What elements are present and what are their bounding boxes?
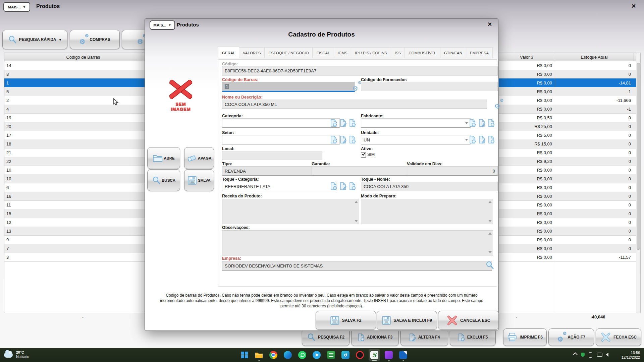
weather-widget[interactable]: 20°C Nublado xyxy=(16,350,29,359)
ativo-checkbox[interactable] xyxy=(361,153,366,158)
dialog-close-icon[interactable]: ✕ xyxy=(488,21,492,27)
salva-button[interactable]: SALVA xyxy=(184,169,214,191)
taskbar-purple-app-icon[interactable] xyxy=(384,351,393,359)
scroll-down-icon[interactable] xyxy=(355,220,358,222)
tab-icms[interactable]: ICMS xyxy=(334,47,352,58)
cancela-esc-button[interactable]: CANCELA ESC xyxy=(438,311,499,330)
nome-gear-icon[interactable]: ⚙⚙ xyxy=(494,100,502,108)
salva-f2-button[interactable]: SALVA F2 xyxy=(316,311,376,330)
taskbar-clock[interactable]: 13:56 12/12/2022 xyxy=(622,350,640,360)
taskbar-red-app-icon[interactable] xyxy=(356,351,364,359)
cell-codigo-barras: 19 xyxy=(6,113,11,122)
setor-edit-icon[interactable] xyxy=(339,136,346,145)
taskbar-file-explorer-icon[interactable] xyxy=(255,351,263,359)
tab-valores[interactable]: VALORES xyxy=(239,47,265,58)
column-header-codigo-barras[interactable]: Código de Barras xyxy=(4,53,162,61)
fabricante-delete-icon[interactable] xyxy=(488,119,495,128)
tab-gtin-ean[interactable]: GTIN/EAN xyxy=(440,47,466,58)
taskbar-start-icon[interactable] xyxy=(240,351,249,359)
taskbar-blue-app-icon[interactable] xyxy=(399,351,408,359)
tray-speaker-icon[interactable] xyxy=(606,353,608,357)
observacoes-textarea[interactable] xyxy=(222,230,493,255)
scroll-up-icon[interactable] xyxy=(488,232,492,235)
salva-e-inclui-f9-button[interactable]: SALVA E INCLUI F9 xyxy=(377,311,437,330)
nome-descricao-field[interactable]: COCA COLA LATA 350 ML xyxy=(222,100,487,109)
tray-network-icon[interactable] xyxy=(597,353,602,357)
table-scrollbar[interactable] xyxy=(636,53,641,313)
weather-icon[interactable] xyxy=(4,352,13,358)
scroll-up-icon[interactable] xyxy=(488,201,492,203)
scroll-up-icon[interactable] xyxy=(355,201,358,203)
toque-categoria-edit-icon[interactable] xyxy=(339,182,346,191)
tab-combust-vel[interactable]: COMBUSTÍVEL xyxy=(405,47,440,58)
tab-estoque-neg-cio[interactable]: ESTOQUE / NEGÓCIO xyxy=(265,47,313,58)
tray-pen-icon[interactable] xyxy=(589,352,592,358)
taskbar-chrome-icon[interactable] xyxy=(269,351,278,359)
tray-hidden-icons-chevron[interactable] xyxy=(573,352,578,357)
cell-estoque-atual: -11,57 xyxy=(557,253,631,261)
fecha-esc-button[interactable]: FECHA ESC xyxy=(596,328,641,346)
taskbar-teal-app-icon[interactable]: ↺ xyxy=(341,351,350,359)
tab-ipi-pis-cofins[interactable]: IPI / PIS / COFINS xyxy=(351,47,391,58)
empresa-search-icon[interactable] xyxy=(485,261,494,271)
unidade-add-icon[interactable] xyxy=(469,136,476,145)
quick-search-button[interactable]: PESQUISA RÁPIDA ▼ xyxy=(2,30,67,49)
adiciona-f3-button[interactable]: ADICIONA F3 xyxy=(351,328,399,346)
dialog-more-button[interactable]: MAIS... ▼ xyxy=(150,20,175,30)
toque-nome-field[interactable]: COCA COLA LATA 350 xyxy=(361,182,498,191)
toque-categoria-delete-icon[interactable] xyxy=(349,182,356,191)
taskbar-green-app-icon[interactable] xyxy=(327,351,335,359)
tab-empresa[interactable]: EMPRESA xyxy=(466,47,493,58)
gears-icon: ⚙⚙ xyxy=(557,333,565,341)
unidade-edit-icon[interactable] xyxy=(478,136,485,145)
busca-button[interactable]: BUSCA xyxy=(147,169,180,191)
taskbar-pos-app-icon[interactable]: S xyxy=(370,351,379,359)
categoria-edit-icon[interactable] xyxy=(339,119,346,128)
tipo-select[interactable]: REVENDA xyxy=(222,166,320,176)
exclui-f5-button[interactable]: EXCLUI F5 xyxy=(450,328,496,346)
receita-textarea[interactable] xyxy=(222,199,359,224)
local-field[interactable] xyxy=(222,151,322,160)
validade-field[interactable]: 0 xyxy=(407,166,498,176)
taskbar-telegram-icon[interactable] xyxy=(312,351,321,359)
altera-f4-button[interactable]: ALTERA F4 xyxy=(400,328,448,346)
categoria-delete-icon[interactable] xyxy=(349,119,356,128)
toque-categoria-add-icon[interactable] xyxy=(330,182,337,191)
fabricante-select[interactable] xyxy=(361,118,471,128)
apaga-button[interactable]: APAGA xyxy=(184,147,214,169)
acao-f7-button[interactable]: ⚙⚙ AÇÃO F7 xyxy=(548,328,594,346)
toque-categoria-select[interactable]: REFRIGERANTE LATA xyxy=(222,182,336,191)
tab-iss[interactable]: ISS xyxy=(391,47,405,58)
column-header-valor3[interactable]: Valor 3 xyxy=(498,53,555,61)
setor-delete-icon[interactable] xyxy=(349,136,356,145)
pesquisa-f2-button[interactable]: PESQUISA F2 xyxy=(302,328,350,346)
scrollbar-thumb[interactable] xyxy=(637,63,640,250)
main-more-button[interactable]: MAIS... ▼ xyxy=(3,2,30,12)
column-header-estoque-atual[interactable]: Estoque Atual xyxy=(555,53,634,61)
tab-geral[interactable]: GERAL xyxy=(218,46,239,58)
taskbar-edge-icon[interactable] xyxy=(283,351,292,359)
imprime-f6-button[interactable]: IMPRIME F6 xyxy=(503,328,547,346)
compras-button[interactable]: ⚙⚙ COMPRAS xyxy=(70,30,120,49)
cell-estoque-atual: 0 xyxy=(557,244,631,253)
unidade-select[interactable]: UN xyxy=(361,135,471,144)
fabricante-add-icon[interactable] xyxy=(469,119,476,128)
tray-security-shield-icon[interactable] xyxy=(581,353,585,357)
barcode-gear-icon[interactable]: ⚙⚙ xyxy=(352,82,360,90)
setor-select[interactable] xyxy=(222,135,340,144)
abre-button[interactable]: ABRE xyxy=(147,147,180,169)
scroll-down-icon[interactable] xyxy=(488,251,492,253)
main-close-icon[interactable]: ✕ xyxy=(631,3,636,10)
fabricante-edit-icon[interactable] xyxy=(478,119,485,128)
unidade-delete-icon[interactable] xyxy=(488,136,495,145)
taskbar-whatsapp-icon[interactable] xyxy=(298,351,307,359)
categoria-select[interactable] xyxy=(222,118,340,128)
empresa-select[interactable]: SORIODEV DESENVOLVIMENTO DE SISTEMAS xyxy=(222,261,492,271)
scroll-down-icon[interactable] xyxy=(488,220,492,222)
setor-add-icon[interactable] xyxy=(330,136,337,145)
tab-fiscal[interactable]: FISCAL xyxy=(313,47,334,58)
codigo-fornecedor-field[interactable] xyxy=(361,82,498,91)
categoria-add-icon[interactable] xyxy=(330,119,337,128)
modo-preparo-textarea[interactable] xyxy=(361,199,493,224)
codigo-barras-field[interactable]: 1 xyxy=(222,82,355,92)
